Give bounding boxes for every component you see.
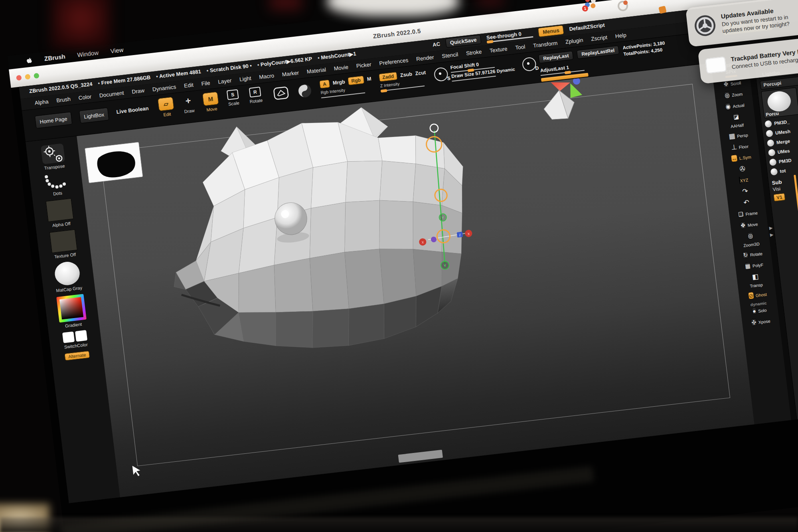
shelf-icon-button[interactable]: ◉ Actual (724, 100, 746, 112)
zcut-button[interactable]: Zcut (415, 70, 426, 77)
tool-button[interactable]: ✛ Draw (178, 94, 200, 124)
shelf-icon-button[interactable]: ◧ Transp (745, 271, 767, 290)
menus-button[interactable]: Menus (538, 25, 564, 37)
palette-scrollbar[interactable] (794, 175, 798, 307)
tool-button[interactable]: R Rotate (245, 86, 267, 116)
mrgb-button[interactable]: Mrgb (332, 79, 345, 86)
matcap-sphere[interactable] (53, 261, 81, 287)
tool-history-item[interactable]: UMes (768, 145, 798, 156)
red-axis-flag[interactable] (551, 80, 571, 92)
zsub-button[interactable]: Zsub (400, 71, 413, 78)
gizmo-axis-dot[interactable] (431, 236, 437, 243)
menu-item[interactable]: Help (611, 30, 631, 41)
menu-item[interactable]: Alpha (30, 97, 53, 108)
active-tool-thumbnail[interactable]: Porcu (761, 87, 798, 119)
tool-button[interactable]: M Move (200, 91, 223, 121)
ac-label[interactable]: AC (432, 41, 440, 48)
zadd-button[interactable]: Zadd (379, 72, 397, 82)
apple-logo-icon[interactable] (26, 56, 33, 64)
menu-item[interactable]: Draw (127, 86, 149, 97)
green-axis-flag[interactable] (569, 82, 582, 98)
menubar-item-zbrush[interactable]: ZBrush (44, 53, 66, 62)
dynamic-label[interactable]: Dynamic (496, 67, 515, 73)
menu-item[interactable]: Texture (485, 44, 512, 55)
shelf-icon-button[interactable]: ↻ Rotate (742, 249, 764, 260)
shelf-icon-button[interactable]: ✇ (731, 163, 753, 175)
close-window-button[interactable] (16, 75, 22, 81)
switch-color-label[interactable]: SwitchColor (64, 342, 88, 350)
subtool-badge[interactable]: V1 (773, 193, 785, 202)
menu-item[interactable]: Zplugin (561, 36, 588, 47)
replay-last-button[interactable]: ReplayLast (538, 51, 574, 63)
xpose-button[interactable]: ✣ Xpose (750, 316, 772, 328)
texture-thumbnail[interactable] (49, 229, 77, 253)
menu-item[interactable]: Macro (255, 71, 279, 82)
adjust-last-handle[interactable] (565, 71, 571, 74)
menu-item[interactable]: Zscript (587, 33, 612, 44)
color-picker[interactable] (56, 294, 87, 322)
menu-item[interactable]: Brush (52, 94, 75, 105)
shelf-icon-button[interactable]: ⊘ Ghost (747, 289, 768, 301)
shelf-icon-button[interactable]: XYZ (733, 174, 755, 186)
main-color-swatch[interactable] (62, 332, 75, 343)
alpha-thumbnail[interactable] (45, 198, 73, 222)
menu-item[interactable]: Edit (180, 80, 198, 91)
stroke-dots-icon[interactable] (43, 172, 69, 191)
alternate-button[interactable]: Alternate (64, 351, 90, 361)
stroke-picker-icon[interactable] (272, 85, 290, 101)
divider-arrow-icon[interactable]: ▶ (769, 225, 773, 231)
menu-item[interactable]: Document (95, 88, 128, 100)
tool-history-item[interactable]: Merge (767, 135, 798, 147)
menu-item[interactable]: Layer (213, 76, 236, 87)
menu-item[interactable]: Stencil (437, 50, 462, 61)
minimize-window-button[interactable] (25, 74, 31, 79)
menu-item[interactable]: Movie (330, 62, 353, 73)
menubar-item-window[interactable]: Window (77, 49, 99, 58)
viewport-canvas[interactable]: Y Y X X Z (77, 63, 755, 497)
menu-item[interactable]: Stroke (462, 47, 486, 58)
menubar-item-view[interactable]: View (110, 46, 124, 54)
menu-item[interactable]: Transform (529, 38, 562, 50)
secondary-color-swatch[interactable] (75, 330, 87, 342)
tool-history-item[interactable]: tot (770, 164, 798, 176)
replay-last-rel-button[interactable]: ReplayLastRel (577, 45, 619, 59)
tool-button[interactable]: ▱ Edit (156, 97, 178, 127)
tool-button[interactable]: S Scale (223, 89, 245, 119)
shelf-icon-button[interactable]: ↶ (735, 197, 757, 208)
rgb-button[interactable]: Rgb (348, 75, 364, 85)
shelf-icon-button[interactable]: ↔ L.Sym (730, 152, 752, 164)
shelf-icon-button[interactable]: ◎ Zoom (723, 89, 745, 101)
status-icon-dot-orange[interactable] (591, 3, 596, 8)
menu-item[interactable]: File (197, 78, 214, 89)
tool-history-item[interactable]: PM3D (769, 154, 798, 166)
shelf-icon-button[interactable]: ▦ Persp (727, 130, 749, 141)
shelf-icon-button[interactable]: ◎ Zoom3D (739, 230, 762, 249)
shelf-icon-button[interactable]: ✥ Move (738, 219, 760, 231)
menu-item[interactable]: Tool (511, 42, 529, 52)
shelf-icon-button[interactable]: ◪ AAHalf (725, 111, 748, 130)
status-icon-dot-red[interactable] (585, 0, 590, 2)
m-button[interactable]: M (367, 76, 371, 82)
transpose-gizmo[interactable]: Y Y X X Z (77, 63, 755, 497)
divider-arrow-icon-2[interactable]: ▶ (770, 232, 774, 237)
menu-item[interactable]: Picker (352, 60, 376, 71)
status-icon-dot-white[interactable] (591, 0, 596, 3)
a-button[interactable]: A (319, 79, 330, 89)
lightbox-button[interactable]: LightBox (79, 107, 109, 123)
live-boolean-label[interactable]: Live Boolean (116, 105, 151, 131)
see-through-slider-handle[interactable] (487, 40, 494, 44)
menu-item[interactable]: Light (235, 73, 256, 84)
zoom-window-button[interactable] (34, 73, 40, 79)
gizmo-ring-top[interactable] (426, 136, 443, 152)
tool-history-item[interactable]: UMesh (766, 126, 798, 137)
home-page-button[interactable]: Home Page (35, 112, 72, 129)
menu-item[interactable]: Render (412, 53, 439, 64)
z-intensity-handle[interactable] (381, 89, 387, 93)
gizmo-ring-middle[interactable] (434, 189, 448, 202)
menu-item[interactable]: Color (74, 92, 96, 103)
solo-button[interactable]: ● Solo (749, 305, 770, 316)
transpose-icon[interactable] (41, 143, 65, 164)
menu-item[interactable]: Material (302, 65, 331, 77)
shelf-icon-button[interactable]: ❏ Frame (737, 208, 759, 220)
menu-item[interactable]: Marker (278, 68, 304, 79)
